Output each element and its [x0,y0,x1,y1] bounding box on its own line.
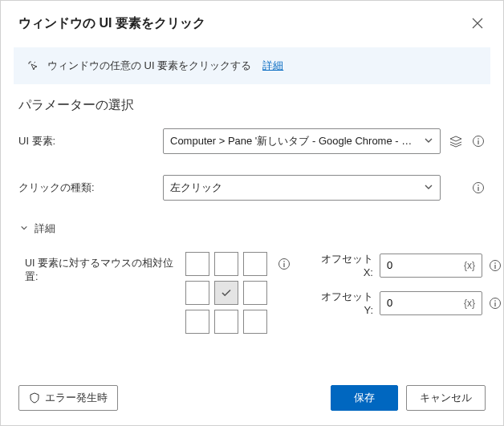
on-error-button[interactable]: エラー発生時 [18,385,118,411]
label-offset-x: オフセット X: [311,252,373,278]
offset-group: オフセット X: {x} オフセット Y: {x} [311,252,502,316]
info-relative-position[interactable] [277,257,291,271]
fx-offset-x[interactable]: {x} [464,260,475,271]
pos-bottom-left[interactable] [185,310,209,334]
footer-actions: 保存 キャンセル [331,385,486,411]
on-error-label: エラー発生時 [45,391,108,405]
chevron-down-icon [424,182,433,194]
close-icon [472,18,483,29]
info-icon [472,181,485,194]
select-ui-element[interactable]: Computer > Pane '新しいタブ - Google Chrome -… [163,128,441,154]
label-click-type: クリックの種類: [18,181,163,195]
details-label: 詳細 [35,221,55,236]
chevron-down-icon [424,136,433,148]
check-icon [221,287,232,298]
input-offset-y[interactable]: {x} [380,291,482,315]
svg-point-9 [494,300,496,302]
info-icon [278,258,291,270]
pos-top-center[interactable] [214,252,238,276]
pos-middle-right[interactable] [243,281,267,305]
banner-text: ウィンドウの任意の UI 要素をクリックする [47,59,251,73]
info-offset-x[interactable] [489,258,502,273]
advanced-section: UI 要素に対するマウスの相対位置: [18,252,486,334]
details-toggle[interactable]: 詳細 [18,221,486,236]
info-icon [489,259,502,272]
cancel-button[interactable]: キャンセル [406,385,486,411]
relative-position-group: UI 要素に対するマウスの相対位置: [25,252,291,334]
close-button[interactable] [466,12,489,34]
pos-middle-left[interactable] [185,281,209,305]
stack-icon [449,134,463,148]
dialog-click-ui-element: ウィンドウの UI 要素をクリック ウィンドウの任意の UI 要素をクリックする… [0,0,504,426]
offset-x-field[interactable] [387,259,435,271]
section-params-title: パラメーターの選択 [1,97,503,128]
info-icon [472,135,485,148]
info-offset-y[interactable] [489,296,502,310]
save-button[interactable]: 保存 [331,385,398,411]
form-area: UI 要素: Computer > Pane '新しいタブ - Google C… [1,128,503,373]
select-click-type[interactable]: 左クリック [163,175,441,201]
row-offset-y: オフセット Y: {x} [311,290,502,316]
row-click-type: クリックの種類: 左クリック . [18,175,486,201]
svg-point-3 [478,185,479,186]
fx-offset-y[interactable]: {x} [464,298,475,309]
info-click-type[interactable] [471,181,486,195]
shield-icon [29,392,40,404]
offset-y-field[interactable] [387,297,435,309]
select-ui-element-value: Computer > Pane '新しいタブ - Google Chrome -… [170,134,419,148]
svg-point-5 [283,261,285,262]
label-offset-y: オフセット Y: [311,290,373,316]
banner-more-link[interactable]: 詳細 [262,59,283,73]
row-ui-element: UI 要素: Computer > Pane '新しいタブ - Google C… [18,128,486,154]
chevron-down-icon [20,224,28,233]
titlebar: ウィンドウの UI 要素をクリック [1,1,503,44]
cursor-click-icon [26,59,39,72]
pos-bottom-right[interactable] [243,310,267,334]
info-banner: ウィンドウの任意の UI 要素をクリックする 詳細 [14,47,490,84]
info-icon [489,297,502,310]
input-offset-x[interactable]: {x} [380,254,482,278]
label-relative-position: UI 要素に対するマウスの相対位置: [25,252,176,284]
svg-point-7 [494,262,496,264]
element-picker-button[interactable] [449,134,463,148]
svg-point-1 [478,138,479,140]
pos-top-left[interactable] [185,252,209,276]
info-ui-element[interactable] [471,134,486,148]
label-ui-element: UI 要素: [18,134,163,148]
pos-top-right[interactable] [243,252,267,276]
dialog-title: ウィンドウの UI 要素をクリック [18,15,205,32]
dialog-footer: エラー発生時 保存 キャンセル [1,373,503,425]
row-offset-x: オフセット X: {x} [311,252,502,278]
pos-middle-center[interactable] [214,281,238,305]
select-click-type-value: 左クリック [170,181,419,195]
relative-position-grid [185,252,267,334]
pos-bottom-center[interactable] [214,310,238,334]
